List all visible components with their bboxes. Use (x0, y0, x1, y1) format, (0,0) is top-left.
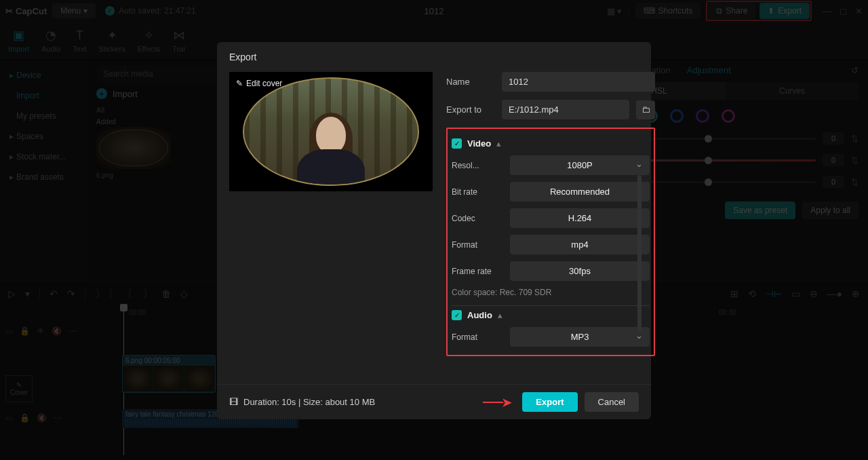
video-checkbox[interactable]: ✓ (452, 138, 462, 149)
export-info: 🎞 Duration: 10s | Size: about 10 MB (229, 397, 375, 407)
name-input[interactable] (502, 72, 655, 92)
fps-label: Frame rate (452, 267, 503, 276)
resolution-label: Resol... (452, 161, 503, 170)
format-label: Format (452, 240, 503, 250)
modal-overlay: Export ✎ Edit cover Name Export to (0, 0, 868, 460)
collapse-audio-icon[interactable]: ▴ (498, 310, 502, 320)
bitrate-label: Bit rate (452, 187, 503, 197)
bitrate-select[interactable]: Recommended (510, 182, 650, 202)
audio-section-title: Audio (467, 310, 492, 320)
format-select[interactable]: mp4 (510, 235, 650, 254)
folder-icon[interactable]: 🗀 (636, 100, 655, 119)
colorspace-text: Color space: Rec. 709 SDR (452, 288, 650, 297)
collapse-icon[interactable]: ▴ (496, 138, 501, 149)
film-icon: 🎞 (229, 397, 238, 407)
export-preview: ✎ Edit cover (229, 72, 433, 191)
scrollbar[interactable] (637, 175, 642, 331)
arrow-annotation: ➤ (501, 394, 513, 410)
name-label: Name (446, 77, 495, 87)
codec-select[interactable]: H.264 (510, 208, 650, 228)
fps-select[interactable]: 30fps (510, 261, 650, 281)
codec-label: Codec (452, 214, 503, 223)
exportto-label: Export to (446, 104, 495, 115)
audio-format-select[interactable]: MP3 (510, 327, 650, 347)
dialog-title: Export (217, 42, 651, 72)
export-dialog: Export ✎ Edit cover Name Export to (217, 42, 651, 419)
export-button[interactable]: Export (522, 392, 577, 412)
edit-cover-button[interactable]: ✎ Edit cover (236, 79, 282, 88)
audio-checkbox[interactable]: ✓ (452, 310, 462, 320)
exportto-input[interactable] (502, 100, 629, 119)
video-section-title: Video (467, 138, 491, 149)
cancel-button[interactable]: Cancel (585, 392, 639, 412)
resolution-select[interactable]: 1080P (510, 155, 650, 175)
audio-format-label: Format (452, 332, 503, 342)
